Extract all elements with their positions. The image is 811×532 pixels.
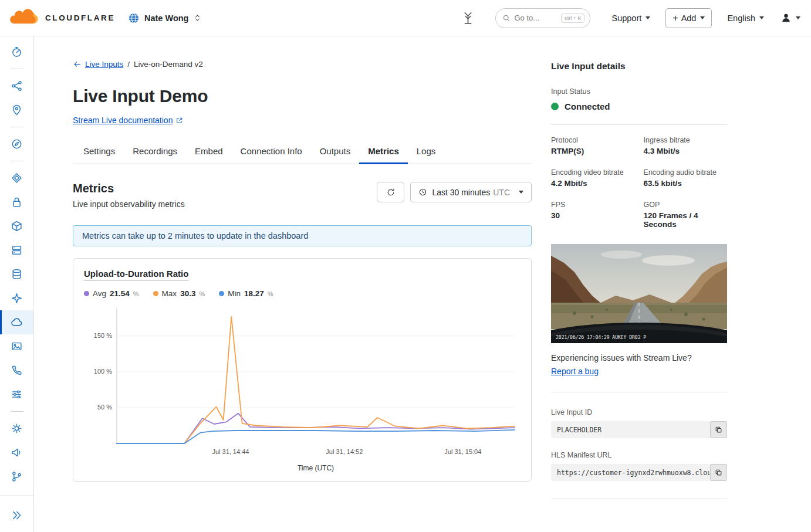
- tab-embed[interactable]: Embed: [186, 142, 232, 164]
- copy-live-input-id-button[interactable]: [710, 421, 727, 438]
- svg-text:100 %: 100 %: [94, 368, 112, 375]
- sidebar-item-database[interactable]: [0, 262, 33, 286]
- tab-logs[interactable]: Logs: [408, 142, 445, 164]
- legend-dot-icon: [153, 291, 158, 296]
- sidebar-divider: [0, 496, 33, 496]
- time-range-dropdown[interactable]: Last 30 minutes UTC: [410, 182, 532, 202]
- main-content: Live Inputs / Live-on-Demand v2 Live Inp…: [73, 36, 532, 532]
- sidebar-item-stream-cloud[interactable]: [0, 310, 33, 334]
- sidebar-item-compass[interactable]: [0, 132, 33, 156]
- detail-field-protocol: ProtocolRTMP(S): [551, 136, 639, 155]
- breadcrumb-separator: /: [127, 60, 130, 69]
- sidebar-item-diamond[interactable]: [0, 166, 33, 190]
- sidebar-divider: [11, 411, 23, 412]
- detail-field-ingress-bitrate: Ingress bitrate4.3 Mbit/s: [644, 136, 727, 155]
- cloudflare-cloud-icon: [9, 9, 41, 27]
- support-label: Support: [611, 13, 641, 23]
- tab-metrics[interactable]: Metrics: [359, 142, 408, 164]
- details-heading: Live Input details: [551, 61, 727, 72]
- user-menu[interactable]: [780, 12, 800, 23]
- refresh-button[interactable]: [377, 182, 404, 202]
- legend-min[interactable]: Min18.27%: [219, 289, 273, 298]
- tab-recordings[interactable]: Recordings: [124, 142, 186, 164]
- sidebar-item-box[interactable]: [0, 214, 33, 238]
- divider: [551, 124, 727, 125]
- chevron-down-icon: [796, 16, 800, 19]
- external-link-icon: [175, 117, 183, 124]
- svg-text:Jul 31, 15:04: Jul 31, 15:04: [444, 448, 481, 455]
- legend-dot-icon: [219, 291, 224, 296]
- git-branch-icon: [11, 470, 23, 483]
- cloudflare-logo[interactable]: CLOUDFLARE: [9, 9, 115, 27]
- timezone-label: UTC: [493, 188, 510, 197]
- levels-icon: [11, 388, 23, 401]
- legend-avg[interactable]: Avg21.54%: [84, 289, 139, 298]
- status-row: Connected: [551, 101, 727, 111]
- live-input-id-value: PLACEHOLDER: [551, 426, 710, 434]
- breadcrumb: Live Inputs / Live-on-Demand v2: [73, 60, 532, 69]
- svg-text:Jul 31, 14:52: Jul 31, 14:52: [326, 448, 363, 455]
- database-icon: [11, 268, 23, 280]
- diamond-icon: [11, 172, 23, 184]
- svg-text:Time (UTC): Time (UTC): [298, 464, 334, 472]
- tab-settings[interactable]: Settings: [75, 142, 124, 164]
- status-label: Input Status: [551, 87, 727, 96]
- lock-icon: [11, 196, 23, 208]
- sidebar-item-gear[interactable]: [0, 416, 33, 440]
- report-bug-link[interactable]: Report a bug: [551, 367, 599, 376]
- sidebar-item-network[interactable]: [0, 74, 33, 98]
- support-menu[interactable]: Support: [611, 13, 650, 23]
- server-icon: [11, 244, 23, 256]
- account-name: Nate Wong: [144, 13, 188, 23]
- stream-docs-link[interactable]: Stream Live documentation: [73, 116, 183, 125]
- sidebar-item-lock[interactable]: [0, 190, 33, 214]
- legend-dot-icon: [84, 291, 89, 296]
- svg-text:Jul 31, 14:44: Jul 31, 14:44: [212, 448, 249, 455]
- arrow-left-icon: [73, 60, 82, 69]
- sidebar-collapse-button[interactable]: [0, 503, 33, 527]
- info-banner: Metrics can take up to 2 minutes to upda…: [73, 225, 532, 246]
- metrics-subheading: Live input observability metrics: [73, 199, 185, 209]
- line-chart: 50 %100 %150 %Jul 31, 14:44Jul 31, 14:52…: [84, 303, 521, 476]
- tab-outputs[interactable]: Outputs: [311, 142, 360, 164]
- add-button[interactable]: + Add: [665, 8, 712, 28]
- hls-url-value: https://customer-igynxd2rwhmuoxw8.cloudf: [551, 469, 710, 477]
- detail-field-gop: GOP120 Frames / 4 Seconds: [644, 201, 727, 229]
- sidebar-item-megaphone[interactable]: [0, 440, 33, 465]
- copy-hls-url-button[interactable]: [710, 464, 727, 481]
- account-switcher[interactable]: Nate Wong: [128, 12, 202, 24]
- person-icon: [780, 12, 792, 23]
- svg-text:50 %: 50 %: [97, 404, 112, 411]
- metrics-header: Metrics Live input observability metrics…: [73, 182, 532, 209]
- refresh-icon: [386, 188, 396, 197]
- chevron-updown-icon: [193, 13, 202, 22]
- copy-icon: [714, 425, 723, 434]
- svg-text:150 %: 150 %: [94, 332, 112, 339]
- sidebar-item-images[interactable]: [0, 334, 33, 358]
- plus-icon: +: [673, 13, 678, 23]
- sidebar-item-levels[interactable]: [0, 382, 33, 406]
- breadcrumb-back-link[interactable]: Live Inputs: [73, 60, 123, 69]
- breadcrumb-current: Live-on-Demand v2: [134, 60, 203, 69]
- chevron-down-icon: [646, 16, 650, 19]
- video-preview: 2021/06/26 17:04:29 AUKEY DR02 P: [551, 244, 727, 343]
- sidebar-item-calls[interactable]: [0, 358, 33, 382]
- cloudflare-wordmark: CLOUDFLARE: [45, 13, 115, 22]
- tree-icon[interactable]: [461, 11, 475, 25]
- chevron-down-icon: [759, 16, 764, 19]
- sidebar-item-location[interactable]: [0, 98, 33, 122]
- language-menu[interactable]: English: [727, 13, 764, 23]
- add-label: Add: [681, 13, 697, 23]
- sidebar-item-sparkle[interactable]: [0, 286, 33, 310]
- sidebar-item-server[interactable]: [0, 238, 33, 262]
- video-timestamp-overlay: 2021/06/26 17:04:29 AUKEY DR02 P: [556, 335, 646, 340]
- global-search[interactable]: Go to... ctrl + K: [495, 8, 590, 28]
- tab-connection-info[interactable]: Connection Info: [232, 142, 311, 164]
- detail-field-encoding-video-bitrate: Encoding video bitrate4.2 Mbit/s: [551, 168, 639, 188]
- legend-max[interactable]: Max30.3%: [153, 289, 205, 298]
- page-body: Live Inputs / Live-on-Demand v2 Live Inp…: [0, 36, 811, 532]
- sidebar-item-git-branch[interactable]: [0, 465, 33, 489]
- sidebar-item-timer[interactable]: [0, 40, 33, 64]
- timer-icon: [11, 46, 23, 58]
- sparkle-icon: [11, 292, 23, 304]
